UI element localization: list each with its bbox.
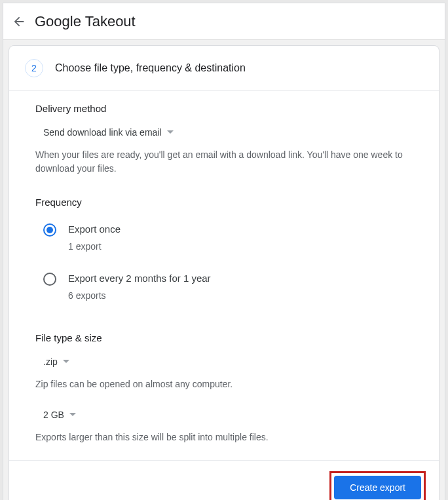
frequency-option-periodic[interactable]: Export every 2 months for 1 year 6 expor… [35, 262, 413, 311]
create-export-highlight: Create export [329, 471, 426, 500]
filesize-dropdown[interactable]: 2 GB [43, 407, 76, 423]
frequency-section: Frequency Export once 1 export E [35, 197, 413, 311]
delivery-method-section: Delivery method Send download link via e… [35, 103, 413, 176]
svg-point-2 [44, 273, 56, 285]
create-export-button[interactable]: Create export [334, 476, 421, 499]
frequency-option-label: Export once [68, 223, 121, 235]
radio-selected-icon [43, 223, 56, 237]
step-title: Choose file type, frequency & destinatio… [55, 62, 246, 74]
filetype-title: File type & size [35, 332, 413, 343]
frequency-option-sub: 1 export [68, 241, 121, 252]
step-header: 2 Choose file type, frequency & destinat… [9, 46, 439, 91]
filesize-helper: Exports larger than this size will be sp… [35, 431, 413, 444]
filetype-dropdown[interactable]: .zip [43, 354, 69, 370]
frequency-title: Frequency [35, 197, 413, 208]
caret-down-icon [69, 413, 76, 417]
arrow-left-icon [12, 14, 26, 29]
back-button[interactable] [11, 14, 27, 29]
radio-unselected-icon [43, 273, 56, 286]
filetype-helper: Zip files can be opened on almost any co… [35, 377, 413, 391]
svg-point-1 [47, 227, 53, 233]
delivery-method-value: Send download link via email [43, 127, 162, 138]
frequency-option-once[interactable]: Export once 1 export [35, 218, 413, 262]
filetype-section: File type & size .zip Zip files can be o… [35, 332, 413, 444]
delivery-method-dropdown[interactable]: Send download link via email [43, 125, 174, 140]
caret-down-icon [167, 130, 174, 134]
delivery-method-title: Delivery method [35, 103, 413, 114]
filesize-value: 2 GB [43, 410, 64, 420]
frequency-option-label: Export every 2 months for 1 year [68, 273, 211, 284]
frequency-option-sub: 6 exports [68, 290, 211, 301]
page-title: Google Takeout [35, 13, 136, 30]
delivery-method-helper: When your files are ready, you'll get an… [35, 148, 413, 176]
caret-down-icon [63, 360, 69, 364]
filetype-value: .zip [43, 356, 58, 367]
step-number-badge: 2 [25, 59, 43, 77]
